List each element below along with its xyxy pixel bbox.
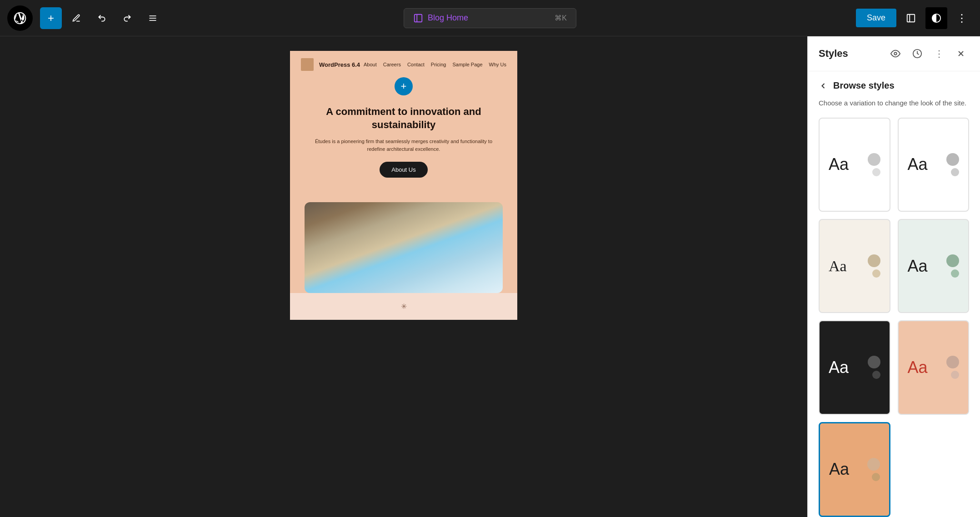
page-title: Blog Home xyxy=(428,13,468,23)
dot-small-dark xyxy=(872,371,880,379)
style-card-aa-default: Aa xyxy=(829,155,849,174)
nav-careers[interactable]: Careers xyxy=(383,62,401,67)
style-card-aa-dark: Aa xyxy=(829,358,849,377)
dot-cluster-cream xyxy=(868,254,880,278)
nav-whyus[interactable]: Why Us xyxy=(489,62,507,67)
pen-tool-button[interactable] xyxy=(65,7,87,29)
wordpress-icon xyxy=(13,11,27,25)
browse-styles-description: Choose a variation to change the look of… xyxy=(808,98,980,118)
undo-button[interactable] xyxy=(91,7,113,29)
browse-styles-title: Browse styles xyxy=(833,80,895,91)
list-icon xyxy=(148,14,157,23)
dot-cluster-mint xyxy=(946,254,959,278)
list-view-button[interactable] xyxy=(142,7,164,29)
styles-close-button[interactable] xyxy=(953,45,969,62)
redo-button[interactable] xyxy=(116,7,138,29)
footer-section: ✳ xyxy=(290,293,517,320)
dot-small-2 xyxy=(951,168,959,176)
canvas-area: WordPress 6.4 About Careers Contact Pric… xyxy=(0,36,807,517)
dot-cluster-default xyxy=(868,153,880,176)
view-mode-icon xyxy=(906,13,916,23)
hero-subtitle: Études is a pioneering firm that seamles… xyxy=(308,138,499,153)
style-card-2[interactable]: Aa xyxy=(898,118,970,212)
page-title-bar-container: Blog Home ⌘K xyxy=(404,8,576,28)
style-card-aa-red: Aa xyxy=(908,358,928,377)
site-logo xyxy=(301,58,314,71)
nav-sample[interactable]: Sample Page xyxy=(452,62,482,67)
page-title-left: Blog Home xyxy=(413,13,468,23)
dot-large-default xyxy=(868,153,880,166)
dot-cluster-dark xyxy=(868,356,880,379)
svg-rect-3 xyxy=(415,14,422,22)
style-card-aa-mint: Aa xyxy=(908,257,928,276)
dot-small-default xyxy=(872,168,880,176)
nav-about[interactable]: About xyxy=(364,62,377,67)
style-card-cream[interactable]: Aa xyxy=(819,219,890,313)
style-card-selected[interactable]: Aa xyxy=(819,422,890,517)
browse-styles-header: Browse styles xyxy=(808,71,980,98)
more-options-button[interactable]: ⋮ xyxy=(951,7,973,29)
page-icon xyxy=(413,13,423,23)
pen-icon xyxy=(72,14,81,23)
svg-rect-5 xyxy=(907,14,915,22)
hero-cta-button[interactable]: About Us xyxy=(380,162,427,178)
styles-eye-button[interactable] xyxy=(887,45,904,62)
style-card-aa-selected: Aa xyxy=(829,460,849,479)
style-card-warm-red[interactable]: Aa xyxy=(898,320,970,414)
dot-cluster-2 xyxy=(946,153,959,176)
redo-icon xyxy=(123,14,132,23)
hero-image-visual xyxy=(305,202,503,293)
back-button[interactable] xyxy=(819,81,828,90)
page-title-bar[interactable]: Blog Home ⌘K xyxy=(404,8,576,28)
site-nav: About Careers Contact Pricing Sample Pag… xyxy=(364,62,506,67)
svg-point-8 xyxy=(894,52,897,55)
dot-large-red xyxy=(946,356,959,368)
nav-pricing[interactable]: Pricing xyxy=(431,62,446,67)
dot-large-dark xyxy=(868,356,880,368)
toolbar-right-actions: Save ⋮ xyxy=(856,7,973,29)
toolbar: + Blog Home ⌘K Save xyxy=(0,0,980,36)
hero-image xyxy=(305,202,503,293)
dot-small-red xyxy=(951,371,959,379)
site-preview: WordPress 6.4 About Careers Contact Pric… xyxy=(290,51,517,320)
back-arrow-icon xyxy=(819,81,828,90)
add-block-floating-button[interactable]: + xyxy=(395,77,413,95)
styles-more-button[interactable]: ⋮ xyxy=(931,45,947,62)
dot-large-mint xyxy=(946,254,959,267)
style-card-aa-2: Aa xyxy=(908,155,928,174)
eye-icon xyxy=(890,49,900,59)
styles-panel-title: Styles xyxy=(819,48,848,60)
main-area: WordPress 6.4 About Careers Contact Pric… xyxy=(0,36,980,517)
undo-icon xyxy=(97,14,106,23)
keyboard-shortcut: ⌘K xyxy=(555,14,567,22)
dot-small-mint xyxy=(951,269,959,278)
styles-panel-header: Styles ⋮ xyxy=(808,36,980,71)
add-block-button[interactable]: + xyxy=(40,7,62,29)
contrast-button[interactable] xyxy=(925,7,947,29)
styles-panel: Styles ⋮ xyxy=(807,36,980,517)
hero-title: A commitment to innovation and sustainab… xyxy=(308,105,499,131)
dot-small-selected xyxy=(872,473,880,481)
history-icon xyxy=(912,49,922,59)
view-mode-button[interactable] xyxy=(900,7,922,29)
styles-header-actions: ⋮ xyxy=(887,45,969,62)
close-icon xyxy=(956,49,965,58)
dot-large-2 xyxy=(946,153,959,166)
footer-symbol: ✳ xyxy=(401,303,407,310)
dot-large-selected xyxy=(867,458,880,471)
site-name: WordPress 6.4 xyxy=(319,61,360,68)
wp-logo xyxy=(7,5,33,31)
dot-cluster-red xyxy=(946,356,959,379)
styles-grid: Aa Aa Aa xyxy=(808,118,980,517)
styles-history-button[interactable] xyxy=(909,45,925,62)
site-header: WordPress 6.4 About Careers Contact Pric… xyxy=(290,51,517,78)
style-card-dark[interactable]: Aa xyxy=(819,320,890,414)
style-card-mint[interactable]: Aa xyxy=(898,219,970,313)
dot-small-cream xyxy=(872,269,880,278)
save-button[interactable]: Save xyxy=(856,9,896,27)
dot-cluster-selected xyxy=(867,458,880,481)
style-card-default[interactable]: Aa xyxy=(819,118,890,212)
nav-contact[interactable]: Contact xyxy=(407,62,425,67)
dot-large-cream xyxy=(868,254,880,267)
contrast-icon xyxy=(931,13,941,23)
